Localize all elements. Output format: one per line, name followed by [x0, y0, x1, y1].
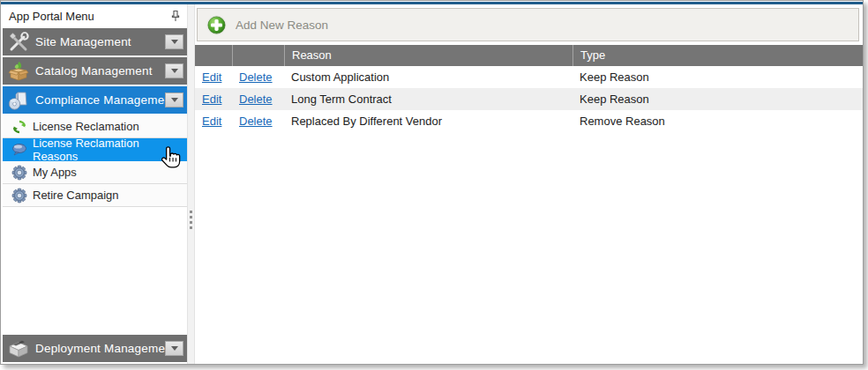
sidebar-item-license-reclamation[interactable]: License Reclamation — [3, 115, 187, 138]
sidebar-item-label: Site Management — [35, 35, 165, 48]
site-management-expand-button[interactable] — [165, 34, 183, 49]
add-plus-icon — [206, 15, 227, 35]
table-cell-type: Keep Reason — [572, 88, 863, 110]
chevron-down-icon — [171, 346, 178, 351]
deployment-management-expand-button[interactable] — [165, 341, 183, 356]
sidebar-item-site-management[interactable]: Site Management — [3, 28, 187, 56]
add-new-reason-button[interactable]: Add New Reason — [197, 8, 859, 41]
sidebar-splitter[interactable] — [187, 4, 195, 364]
column-header-type: Type — [572, 45, 863, 66]
sidebar-item-deployment-management[interactable]: Deployment Management — [3, 335, 187, 362]
screen: App Portal Menu — [0, 0, 868, 370]
recycle-arrows-icon — [11, 119, 27, 135]
sidebar-item-retire-campaign[interactable]: Retire Campaign — [3, 184, 187, 207]
table-cell-edit: Edit — [195, 66, 232, 88]
software-disc-icon — [7, 89, 30, 112]
table-cell-delete: Delete — [232, 66, 284, 88]
column-header-edit — [195, 45, 232, 66]
catalog-box-icon — [7, 60, 30, 83]
sidebar-item-label: Compliance Management — [35, 93, 165, 107]
catalog-management-expand-button[interactable] — [165, 63, 183, 78]
window-body: App Portal Menu — [1, 4, 863, 364]
gear-icon — [11, 188, 27, 204]
speech-bubble-icon — [11, 142, 27, 158]
pin-icon — [170, 10, 181, 23]
tools-icon — [7, 31, 30, 54]
chevron-down-icon — [171, 40, 178, 44]
main-content: Add New Reason Reason Type Edit Delete C… — [195, 4, 863, 364]
table-cell-reason: Custom Application — [284, 66, 572, 88]
sidebar: App Portal Menu — [1, 4, 187, 364]
table-cell-type: Remove Reason — [572, 110, 863, 132]
table-cell-edit: Edit — [195, 88, 232, 110]
sidebar-item-catalog-management[interactable]: Catalog Management — [3, 57, 187, 85]
sidebar-header: App Portal Menu — [3, 4, 187, 28]
pin-button[interactable] — [168, 9, 183, 25]
sidebar-item-label: Catalog Management — [35, 64, 165, 78]
edit-link[interactable]: Edit — [202, 70, 221, 84]
column-header-reason: Reason — [284, 45, 572, 66]
sidebar-item-label: License Reclamation — [33, 120, 139, 133]
sidebar-spacer — [3, 207, 187, 335]
table-cell-edit: Edit — [195, 110, 232, 132]
table-cell-delete: Delete — [232, 110, 284, 132]
sidebar-item-label: Deployment Management — [35, 342, 165, 355]
chevron-down-icon — [171, 69, 178, 73]
table-cell-type: Keep Reason — [572, 66, 863, 88]
delete-link[interactable]: Delete — [239, 115, 273, 128]
app-portal-window: App Portal Menu — [0, 0, 864, 365]
compliance-management-collapse-button[interactable] — [165, 92, 183, 107]
sidebar-item-label: License Reclamation Reasons — [33, 137, 183, 163]
sidebar-item-label: Retire Campaign — [33, 189, 119, 202]
sidebar-item-compliance-management[interactable]: Compliance Management — [3, 86, 187, 114]
sidebar-title: App Portal Menu — [9, 10, 168, 23]
content-empty-area — [195, 132, 863, 364]
delete-link[interactable]: Delete — [239, 92, 273, 106]
table-cell-delete: Delete — [232, 88, 284, 110]
add-new-reason-label: Add New Reason — [236, 18, 328, 32]
sidebar-item-my-apps[interactable]: My Apps — [3, 161, 187, 184]
edit-link[interactable]: Edit — [202, 92, 221, 106]
sidebar-item-label: My Apps — [33, 166, 77, 179]
gear-icon — [11, 165, 27, 181]
splitter-grip-icon — [190, 211, 192, 229]
table-cell-reason: Long Term Contract — [284, 88, 572, 110]
column-header-delete — [232, 45, 284, 66]
package-icon — [7, 337, 30, 360]
reasons-table: Reason Type Edit Delete Custom Applicati… — [195, 45, 863, 132]
sidebar-item-license-reclamation-reasons[interactable]: License Reclamation Reasons — [3, 138, 187, 161]
chevron-down-icon — [171, 98, 178, 102]
delete-link[interactable]: Delete — [239, 70, 273, 84]
edit-link[interactable]: Edit — [202, 115, 221, 128]
table-cell-reason: Replaced By Different Vendor — [284, 110, 572, 132]
